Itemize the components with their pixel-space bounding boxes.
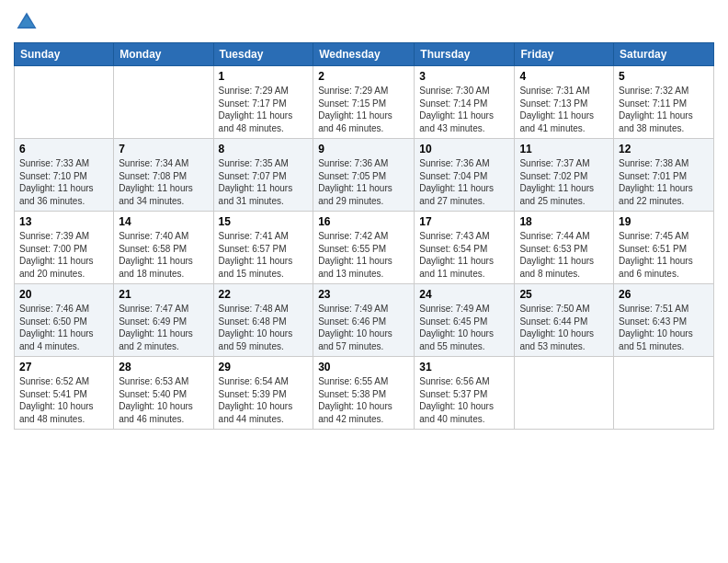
day-number: 14 [119, 215, 208, 228]
calendar-cell [515, 357, 614, 430]
day-number: 13 [19, 215, 108, 228]
day-number: 4 [519, 70, 609, 83]
calendar-cell: 15Sunrise: 7:41 AM Sunset: 6:57 PM Dayli… [213, 212, 313, 284]
cell-info: Sunrise: 7:29 AM Sunset: 7:17 PM Dayligh… [219, 85, 309, 134]
cell-info: Sunrise: 7:36 AM Sunset: 7:05 PM Dayligh… [318, 157, 409, 207]
cell-info: Sunrise: 7:47 AM Sunset: 6:49 PM Dayligh… [119, 303, 208, 352]
calendar-cell: 18Sunrise: 7:44 AM Sunset: 6:53 PM Dayli… [515, 212, 614, 284]
calendar-cell: 25Sunrise: 7:50 AM Sunset: 6:44 PM Dayli… [515, 284, 614, 357]
day-number: 16 [318, 215, 409, 228]
day-number: 10 [419, 143, 509, 155]
calendar-cell: 12Sunrise: 7:38 AM Sunset: 7:01 PM Dayli… [614, 139, 714, 212]
cell-info: Sunrise: 7:49 AM Sunset: 6:46 PM Dayligh… [318, 303, 409, 352]
calendar-week-2: 6Sunrise: 7:33 AM Sunset: 7:10 PM Daylig… [15, 139, 714, 212]
col-header-friday: Friday [515, 43, 614, 66]
day-number: 25 [519, 288, 609, 301]
day-number: 23 [318, 288, 409, 301]
day-number: 29 [219, 361, 309, 373]
col-header-sunday: Sunday [15, 43, 114, 66]
day-number: 12 [619, 143, 709, 155]
day-number: 21 [119, 288, 208, 301]
calendar-cell: 1Sunrise: 7:29 AM Sunset: 7:17 PM Daylig… [213, 66, 313, 139]
day-number: 19 [619, 215, 709, 228]
cell-info: Sunrise: 7:32 AM Sunset: 7:11 PM Dayligh… [619, 85, 709, 134]
cell-info: Sunrise: 7:39 AM Sunset: 7:00 PM Dayligh… [19, 230, 108, 280]
calendar-cell: 6Sunrise: 7:33 AM Sunset: 7:10 PM Daylig… [15, 139, 114, 212]
cell-info: Sunrise: 7:29 AM Sunset: 7:15 PM Dayligh… [318, 85, 409, 134]
cell-info: Sunrise: 7:45 AM Sunset: 6:51 PM Dayligh… [619, 230, 709, 280]
calendar-cell [114, 66, 213, 139]
cell-info: Sunrise: 7:42 AM Sunset: 6:55 PM Dayligh… [318, 230, 409, 280]
calendar-cell: 26Sunrise: 7:51 AM Sunset: 6:43 PM Dayli… [614, 284, 714, 357]
logo [14, 9, 43, 35]
day-number: 11 [519, 143, 609, 155]
calendar-cell [614, 357, 714, 430]
logo-icon [14, 9, 40, 35]
cell-info: Sunrise: 7:49 AM Sunset: 6:45 PM Dayligh… [419, 303, 509, 352]
calendar-cell: 30Sunrise: 6:55 AM Sunset: 5:38 PM Dayli… [313, 357, 415, 430]
calendar-cell: 5Sunrise: 7:32 AM Sunset: 7:11 PM Daylig… [614, 66, 714, 139]
col-header-saturday: Saturday [614, 43, 714, 66]
day-number: 15 [219, 215, 309, 228]
day-number: 18 [519, 215, 609, 228]
col-header-wednesday: Wednesday [313, 43, 415, 66]
day-number: 5 [619, 70, 709, 83]
calendar-cell: 23Sunrise: 7:49 AM Sunset: 6:46 PM Dayli… [313, 284, 415, 357]
day-number: 8 [219, 143, 309, 155]
calendar-table: SundayMondayTuesdayWednesdayThursdayFrid… [14, 42, 714, 430]
cell-info: Sunrise: 6:54 AM Sunset: 5:39 PM Dayligh… [219, 375, 309, 425]
cell-info: Sunrise: 6:56 AM Sunset: 5:37 PM Dayligh… [419, 375, 509, 425]
calendar-cell: 21Sunrise: 7:47 AM Sunset: 6:49 PM Dayli… [114, 284, 213, 357]
cell-info: Sunrise: 7:33 AM Sunset: 7:10 PM Dayligh… [19, 157, 108, 207]
cell-info: Sunrise: 6:52 AM Sunset: 5:41 PM Dayligh… [19, 375, 108, 425]
day-number: 9 [318, 143, 409, 155]
cell-info: Sunrise: 7:44 AM Sunset: 6:53 PM Dayligh… [519, 230, 609, 280]
cell-info: Sunrise: 7:40 AM Sunset: 6:58 PM Dayligh… [119, 230, 208, 280]
calendar-week-3: 13Sunrise: 7:39 AM Sunset: 7:00 PM Dayli… [15, 212, 714, 284]
cell-info: Sunrise: 7:43 AM Sunset: 6:54 PM Dayligh… [419, 230, 509, 280]
calendar-cell: 13Sunrise: 7:39 AM Sunset: 7:00 PM Dayli… [15, 212, 114, 284]
cell-info: Sunrise: 7:30 AM Sunset: 7:14 PM Dayligh… [419, 85, 509, 134]
day-number: 24 [419, 288, 509, 301]
cell-info: Sunrise: 7:37 AM Sunset: 7:02 PM Dayligh… [519, 157, 609, 207]
day-number: 27 [19, 361, 108, 373]
day-number: 28 [119, 361, 208, 373]
calendar-cell: 29Sunrise: 6:54 AM Sunset: 5:39 PM Dayli… [213, 357, 313, 430]
cell-info: Sunrise: 7:35 AM Sunset: 7:07 PM Dayligh… [219, 157, 309, 207]
cell-info: Sunrise: 7:34 AM Sunset: 7:08 PM Dayligh… [119, 157, 208, 207]
calendar-cell: 17Sunrise: 7:43 AM Sunset: 6:54 PM Dayli… [415, 212, 515, 284]
calendar-cell: 16Sunrise: 7:42 AM Sunset: 6:55 PM Dayli… [313, 212, 415, 284]
calendar-week-5: 27Sunrise: 6:52 AM Sunset: 5:41 PM Dayli… [15, 357, 714, 430]
cell-info: Sunrise: 7:38 AM Sunset: 7:01 PM Dayligh… [619, 157, 709, 207]
calendar-cell: 4Sunrise: 7:31 AM Sunset: 7:13 PM Daylig… [515, 66, 614, 139]
cell-info: Sunrise: 7:31 AM Sunset: 7:13 PM Dayligh… [519, 85, 609, 134]
day-number: 17 [419, 215, 509, 228]
cell-info: Sunrise: 6:53 AM Sunset: 5:40 PM Dayligh… [119, 375, 208, 425]
calendar-cell: 24Sunrise: 7:49 AM Sunset: 6:45 PM Dayli… [415, 284, 515, 357]
day-number: 6 [19, 143, 108, 155]
calendar-cell: 14Sunrise: 7:40 AM Sunset: 6:58 PM Dayli… [114, 212, 213, 284]
day-number: 1 [219, 70, 309, 83]
cell-info: Sunrise: 7:36 AM Sunset: 7:04 PM Dayligh… [419, 157, 509, 207]
cell-info: Sunrise: 7:50 AM Sunset: 6:44 PM Dayligh… [519, 303, 609, 352]
cell-info: Sunrise: 6:55 AM Sunset: 5:38 PM Dayligh… [318, 375, 409, 425]
col-header-monday: Monday [114, 43, 213, 66]
day-number: 20 [19, 288, 108, 301]
day-number: 22 [219, 288, 309, 301]
col-header-thursday: Thursday [415, 43, 515, 66]
calendar-week-4: 20Sunrise: 7:46 AM Sunset: 6:50 PM Dayli… [15, 284, 714, 357]
calendar-week-1: 1Sunrise: 7:29 AM Sunset: 7:17 PM Daylig… [15, 66, 714, 139]
day-number: 7 [119, 143, 208, 155]
calendar-cell: 9Sunrise: 7:36 AM Sunset: 7:05 PM Daylig… [313, 139, 415, 212]
day-number: 31 [419, 361, 509, 373]
calendar-cell: 10Sunrise: 7:36 AM Sunset: 7:04 PM Dayli… [415, 139, 515, 212]
calendar-cell: 11Sunrise: 7:37 AM Sunset: 7:02 PM Dayli… [515, 139, 614, 212]
day-number: 2 [318, 70, 409, 83]
calendar-cell: 8Sunrise: 7:35 AM Sunset: 7:07 PM Daylig… [213, 139, 313, 212]
calendar-cell: 20Sunrise: 7:46 AM Sunset: 6:50 PM Dayli… [15, 284, 114, 357]
calendar-cell: 28Sunrise: 6:53 AM Sunset: 5:40 PM Dayli… [114, 357, 213, 430]
cell-info: Sunrise: 7:51 AM Sunset: 6:43 PM Dayligh… [619, 303, 709, 352]
day-number: 30 [318, 361, 409, 373]
page: SundayMondayTuesdayWednesdayThursdayFrid… [0, 0, 728, 563]
calendar-cell: 19Sunrise: 7:45 AM Sunset: 6:51 PM Dayli… [614, 212, 714, 284]
